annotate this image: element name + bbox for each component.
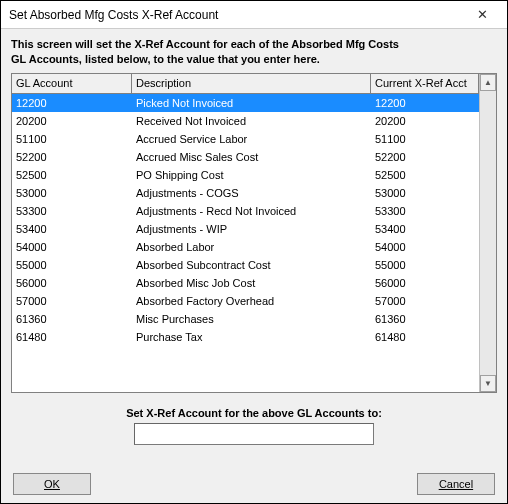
table-row[interactable]: 20200Received Not Invoiced20200 xyxy=(12,112,479,130)
cell-description: Adjustments - COGS xyxy=(132,186,371,200)
scroll-track[interactable] xyxy=(480,91,496,375)
close-button[interactable]: ✕ xyxy=(465,4,499,26)
table-row[interactable]: 56000Absorbed Misc Job Cost56000 xyxy=(12,274,479,292)
instructions-line-2: GL Accounts, listed below, to the value … xyxy=(11,53,320,65)
scroll-up-button[interactable]: ▲ xyxy=(480,74,496,91)
content-area: This screen will set the X-Ref Account f… xyxy=(1,29,507,465)
vertical-scrollbar[interactable]: ▲ ▼ xyxy=(479,74,496,392)
cell-description: Absorbed Factory Overhead xyxy=(132,294,371,308)
cancel-button-rest: ancel xyxy=(447,478,473,490)
cell-gl-account: 61480 xyxy=(12,330,132,344)
chevron-down-icon: ▼ xyxy=(484,379,492,388)
cell-description: Accrued Service Labor xyxy=(132,132,371,146)
table-row[interactable]: 53000Adjustments - COGS53000 xyxy=(12,184,479,202)
table-row[interactable]: 57000Absorbed Factory Overhead57000 xyxy=(12,292,479,310)
cell-gl-account: 52500 xyxy=(12,168,132,182)
cell-description: Absorbed Misc Job Cost xyxy=(132,276,371,290)
accounts-grid: GL Account Description Current X-Ref Acc… xyxy=(11,73,497,393)
cell-gl-account: 53000 xyxy=(12,186,132,200)
cell-current-xref: 57000 xyxy=(371,294,479,308)
instructions-line-1: This screen will set the X-Ref Account f… xyxy=(11,38,399,50)
table-row[interactable]: 61360Misc Purchases61360 xyxy=(12,310,479,328)
table-row[interactable]: 52500PO Shipping Cost52500 xyxy=(12,166,479,184)
grid-header-row: GL Account Description Current X-Ref Acc… xyxy=(12,74,479,94)
cell-description: Accrued Misc Sales Cost xyxy=(132,150,371,164)
col-header-description[interactable]: Description xyxy=(132,74,371,93)
cell-current-xref: 56000 xyxy=(371,276,479,290)
table-row[interactable]: 53400Adjustments - WIP53400 xyxy=(12,220,479,238)
cell-gl-account: 54000 xyxy=(12,240,132,254)
cell-current-xref: 61480 xyxy=(371,330,479,344)
cell-gl-account: 52200 xyxy=(12,150,132,164)
window-title: Set Absorbed Mfg Costs X-Ref Account xyxy=(9,8,218,22)
cell-description: PO Shipping Cost xyxy=(132,168,371,182)
cell-gl-account: 61360 xyxy=(12,312,132,326)
col-header-xref[interactable]: Current X-Ref Acct xyxy=(371,74,479,93)
cell-description: Absorbed Labor xyxy=(132,240,371,254)
table-row[interactable]: 52200Accrued Misc Sales Cost52200 xyxy=(12,148,479,166)
cell-gl-account: 20200 xyxy=(12,114,132,128)
cell-description: Adjustments - WIP xyxy=(132,222,371,236)
cell-current-xref: 20200 xyxy=(371,114,479,128)
table-row[interactable]: 54000Absorbed Labor54000 xyxy=(12,238,479,256)
cell-description: Picked Not Invoiced xyxy=(132,96,371,110)
cell-current-xref: 54000 xyxy=(371,240,479,254)
grid-body: GL Account Description Current X-Ref Acc… xyxy=(12,74,479,392)
cell-description: Adjustments - Recd Not Invoiced xyxy=(132,204,371,218)
cell-gl-account: 55000 xyxy=(12,258,132,272)
cell-gl-account: 57000 xyxy=(12,294,132,308)
cell-current-xref: 52200 xyxy=(371,150,479,164)
prompt-label: Set X-Ref Account for the above GL Accou… xyxy=(11,407,497,419)
table-row[interactable]: 53300Adjustments - Recd Not Invoiced5330… xyxy=(12,202,479,220)
cell-gl-account: 56000 xyxy=(12,276,132,290)
table-row[interactable]: 12200Picked Not Invoiced12200 xyxy=(12,94,479,112)
cell-gl-account: 53300 xyxy=(12,204,132,218)
cell-gl-account: 53400 xyxy=(12,222,132,236)
cell-current-xref: 53300 xyxy=(371,204,479,218)
table-row[interactable]: 51100Accrued Service Labor51100 xyxy=(12,130,479,148)
cancel-button[interactable]: Cancel xyxy=(417,473,495,495)
cell-current-xref: 55000 xyxy=(371,258,479,272)
grid-rows: 12200Picked Not Invoiced1220020200Receiv… xyxy=(12,94,479,346)
cell-description: Purchase Tax xyxy=(132,330,371,344)
titlebar: Set Absorbed Mfg Costs X-Ref Account ✕ xyxy=(1,1,507,29)
prompt-area: Set X-Ref Account for the above GL Accou… xyxy=(11,407,497,445)
close-icon: ✕ xyxy=(477,7,488,22)
table-row[interactable]: 55000Absorbed Subcontract Cost55000 xyxy=(12,256,479,274)
cell-description: Absorbed Subcontract Cost xyxy=(132,258,371,272)
instructions-text: This screen will set the X-Ref Account f… xyxy=(11,37,497,67)
xref-account-input[interactable] xyxy=(134,423,374,445)
ok-button[interactable]: OK xyxy=(13,473,91,495)
scroll-down-button[interactable]: ▼ xyxy=(480,375,496,392)
cell-description: Misc Purchases xyxy=(132,312,371,326)
button-row: OK Cancel xyxy=(1,465,507,503)
chevron-up-icon: ▲ xyxy=(484,78,492,87)
dialog-window: Set Absorbed Mfg Costs X-Ref Account ✕ T… xyxy=(0,0,508,504)
cell-gl-account: 12200 xyxy=(12,96,132,110)
table-row[interactable]: 61480Purchase Tax61480 xyxy=(12,328,479,346)
cell-current-xref: 52500 xyxy=(371,168,479,182)
cell-current-xref: 51100 xyxy=(371,132,479,146)
cell-current-xref: 61360 xyxy=(371,312,479,326)
cell-gl-account: 51100 xyxy=(12,132,132,146)
cell-description: Received Not Invoiced xyxy=(132,114,371,128)
cell-current-xref: 53400 xyxy=(371,222,479,236)
ok-button-rest: K xyxy=(53,478,60,490)
cell-current-xref: 53000 xyxy=(371,186,479,200)
cell-current-xref: 12200 xyxy=(371,96,479,110)
col-header-gl-account[interactable]: GL Account xyxy=(12,74,132,93)
